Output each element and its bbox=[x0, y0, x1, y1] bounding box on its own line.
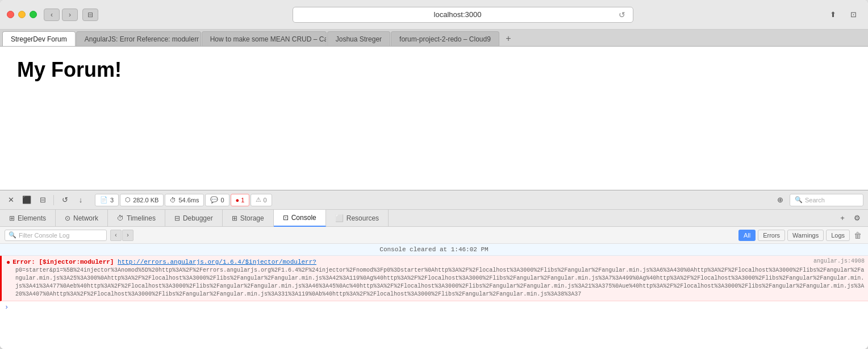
devtools-tabs: ⊞ Elements ⊙ Network ⏱ Timelines ⊟ Debug… bbox=[0, 210, 868, 227]
tab-stregerdev[interactable]: StregerDev Forum bbox=[2, 31, 76, 46]
console-filter-bar: 🔍 Filter Console Log ‹ › All Errors Warn… bbox=[0, 227, 868, 244]
tab-debugger[interactable]: ⊟ Debugger bbox=[165, 210, 223, 227]
browser-window: ‹ › ⊟ localhost:3000 ↺ ⬆ ⊡ StregerDev Fo… bbox=[0, 0, 868, 349]
files-icon: 📄 bbox=[100, 196, 108, 203]
filter-prev-button[interactable]: ‹ bbox=[110, 230, 122, 241]
tab-resources[interactable]: ⬜ Resources bbox=[326, 210, 389, 227]
filter-logs-button[interactable]: Logs bbox=[826, 230, 850, 241]
filter-buttons: All Errors Warnings Logs 🗑 bbox=[738, 230, 863, 241]
warning-icon: ⚠ bbox=[256, 196, 261, 203]
console-prompt: › bbox=[0, 301, 868, 314]
status-size: ⬡ 282.0 KB bbox=[120, 194, 164, 206]
message-icon: 💬 bbox=[210, 196, 218, 203]
size-icon: ⬡ bbox=[125, 196, 131, 203]
prompt-arrow-icon: › bbox=[5, 304, 9, 311]
error-stack: p0=starter&p1=%5B%24injector%3Anomod%5D%… bbox=[6, 267, 865, 298]
error-circle-icon: ● bbox=[236, 197, 240, 203]
resources-icon: ⬜ bbox=[335, 214, 344, 222]
search-icon: 🔍 bbox=[795, 196, 803, 203]
storage-icon: ⊞ bbox=[232, 214, 237, 222]
close-button[interactable] bbox=[7, 11, 14, 18]
console-icon: ⊡ bbox=[283, 214, 289, 222]
error-header: ● Error: [$injector:modulerr] http://err… bbox=[6, 258, 865, 267]
devtools-status-bar: 📄 3 ⬡ 282.0 KB ⏱ 54.6ms 💬 0 bbox=[95, 194, 766, 206]
devtools-undock-button[interactable]: ⬛ bbox=[20, 194, 33, 206]
debugger-icon: ⊟ bbox=[174, 214, 180, 222]
nav-buttons: ‹ › bbox=[44, 9, 78, 21]
filter-search-icon: 🔍 bbox=[9, 231, 16, 239]
console-output: Console cleared at 1:46:02 PM ● Error: [… bbox=[0, 244, 868, 349]
tab-angularjs[interactable]: AngularJS: Error Reference: modulerr bbox=[76, 31, 201, 46]
browser-actions: ⬆ ⊡ bbox=[825, 9, 861, 21]
maximize-button[interactable] bbox=[30, 11, 37, 18]
back-button[interactable]: ‹ bbox=[44, 9, 60, 21]
expand-button[interactable]: ⊡ bbox=[845, 9, 861, 21]
status-time: ⏱ 54.6ms bbox=[165, 194, 204, 206]
minimize-button[interactable] bbox=[18, 11, 26, 18]
filter-clear-button[interactable]: 🗑 bbox=[852, 230, 863, 241]
tab-console[interactable]: ⊡ Console bbox=[274, 210, 326, 227]
traffic-lights bbox=[7, 11, 37, 18]
page-title: My Forum! bbox=[17, 58, 851, 82]
toolbar-separator-1 bbox=[53, 195, 54, 205]
filter-navigation: ‹ › bbox=[110, 230, 133, 241]
devtools-panel: ✕ ⬛ ⊟ ↺ ↓ 📄 3 ⬡ 282.0 KB bbox=[0, 190, 868, 349]
status-files: 📄 3 bbox=[95, 194, 119, 206]
title-bar: ‹ › ⊟ localhost:3000 ↺ ⬆ ⊡ bbox=[0, 0, 868, 30]
elements-icon: ⊞ bbox=[9, 214, 15, 222]
devtools-download-button[interactable]: ↓ bbox=[74, 194, 87, 206]
time-icon: ⏱ bbox=[170, 197, 176, 203]
devtools-search-box[interactable]: 🔍 Search bbox=[790, 194, 863, 206]
website-content: My Forum! bbox=[0, 47, 868, 190]
error-dot-icon: ● bbox=[6, 259, 10, 267]
devtools-locate-button[interactable]: ⊕ bbox=[774, 194, 786, 206]
tab-network[interactable]: ⊙ Network bbox=[56, 210, 108, 227]
tab-storage[interactable]: ⊞ Storage bbox=[223, 210, 274, 227]
devtools-layout-button[interactable]: ⊟ bbox=[36, 194, 49, 206]
devtools-close-button[interactable]: ✕ bbox=[5, 194, 17, 206]
console-error-entry: ● Error: [$injector:modulerr] http://err… bbox=[0, 256, 868, 301]
add-tab-button[interactable]: + bbox=[836, 212, 849, 225]
sidebar-toggle-button[interactable]: ⊟ bbox=[82, 9, 98, 21]
timelines-icon: ⏱ bbox=[117, 214, 124, 222]
devtools-toolbar: ✕ ⬛ ⊟ ↺ ↓ 📄 3 ⬡ 282.0 KB bbox=[0, 190, 868, 210]
filter-next-button[interactable]: › bbox=[122, 230, 133, 241]
devtools-reload-button[interactable]: ↺ bbox=[59, 194, 71, 206]
new-tab-button[interactable]: + bbox=[501, 31, 516, 46]
network-icon: ⊙ bbox=[65, 214, 70, 222]
status-warnings: ⚠ 0 bbox=[251, 194, 272, 206]
url-text: localhost:3000 bbox=[299, 10, 617, 19]
error-source: angular.js:4908 bbox=[809, 258, 865, 264]
filter-console-input[interactable]: 🔍 Filter Console Log bbox=[5, 230, 107, 241]
url-bar[interactable]: localhost:3000 ↺ bbox=[293, 7, 633, 23]
status-errors: ● 1 bbox=[231, 194, 250, 206]
share-button[interactable]: ⬆ bbox=[825, 9, 841, 21]
tab-actions: + ⚙ bbox=[832, 212, 868, 225]
tab-cloud9[interactable]: forum-project-2-redo – Cloud9 bbox=[391, 31, 499, 46]
tab-elements[interactable]: ⊞ Elements bbox=[0, 210, 56, 227]
tab-timelines[interactable]: ⏱ Timelines bbox=[108, 210, 165, 227]
filter-errors-button[interactable]: Errors bbox=[758, 230, 785, 241]
page-content: My Forum! ✕ ⬛ ⊟ ↺ ↓ 📄 3 bbox=[0, 47, 868, 349]
settings-button[interactable]: ⚙ bbox=[851, 212, 863, 225]
tab-mean[interactable]: How to make some MEAN CRUD – Cache M... bbox=[202, 31, 327, 46]
filter-warnings-button[interactable]: Warnings bbox=[787, 230, 824, 241]
forward-button[interactable]: › bbox=[62, 9, 78, 21]
tab-joshua[interactable]: Joshua Streger bbox=[327, 31, 390, 46]
reload-button[interactable]: ↺ bbox=[617, 10, 627, 20]
status-messages: 💬 0 bbox=[205, 194, 229, 206]
filter-all-button[interactable]: All bbox=[738, 230, 756, 241]
console-cleared-message: Console cleared at 1:46:02 PM bbox=[0, 244, 868, 256]
tabs-bar: StregerDev Forum AngularJS: Error Refere… bbox=[0, 30, 868, 47]
error-message: Error: [$injector:modulerr] http://error… bbox=[12, 258, 807, 267]
error-link[interactable]: http://errors.angularjs.org/1.6.4/$injec… bbox=[118, 259, 316, 265]
